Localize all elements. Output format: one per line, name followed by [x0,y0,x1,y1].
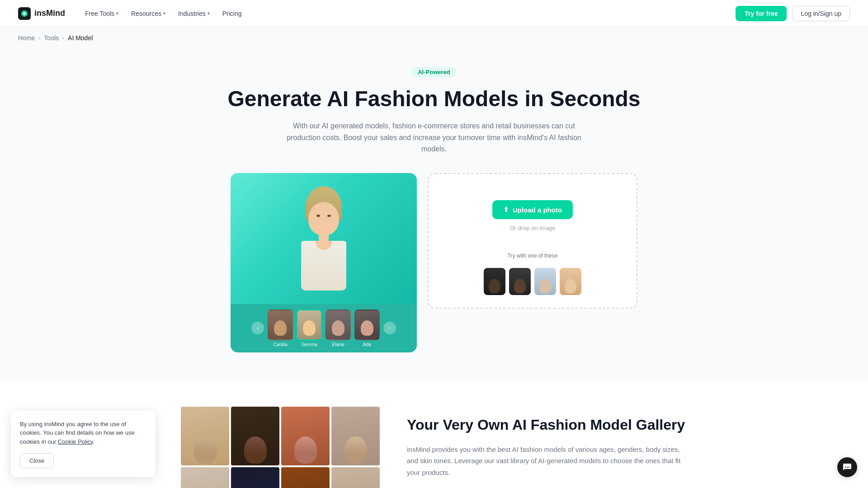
chevron-down-icon: ▾ [208,11,210,16]
sample-face-4 [565,279,576,293]
thumb-image-camila [268,310,293,340]
navigation: insMind Free Tools ▾ Resources ▾ Industr… [0,0,868,27]
upload-drop-zone[interactable]: ⬆ Upload a photo Or drop an image Try wi… [428,173,637,309]
sample-thumb-1[interactable] [484,268,505,295]
try-with-label: Try with one of these [508,253,558,259]
thumb-image-gemma [297,310,322,340]
hero-section: AI-Powered Generate AI Fashion Models in… [0,49,868,380]
gallery-grid [181,407,380,488]
nav-links: Free Tools ▾ Resources ▾ Industries ▾ Pr… [80,6,721,21]
logo[interactable]: insMind [18,7,65,20]
model-preview-panel: ‹ Camila Gemma [231,173,417,352]
sample-face-1 [489,279,500,293]
gallery-text: Your Very Own AI Fashion Model Gallery i… [407,407,687,478]
thumb-face-camila [274,320,287,336]
sample-thumb-3[interactable] [534,268,556,295]
cookie-banner: By using insMind you agree to the use of… [11,411,156,478]
gallery-cell-3 [281,407,330,465]
gallery-description: insMind provides you with the best AI fa… [407,444,687,479]
chat-icon [843,463,852,472]
logo-text: insMind [34,9,65,18]
thumb-face-elaine [332,320,344,336]
gallery-face-8 [341,467,370,488]
gallery-face-1 [190,407,219,465]
sample-face-2 [514,279,526,293]
gallery-cell-8 [331,467,380,488]
model-figure [301,173,346,304]
svg-point-2 [847,467,848,468]
gallery-face-oval-3 [294,436,317,464]
model-thumb-ada[interactable]: Ada [354,310,380,347]
gallery-face-2 [241,407,269,465]
cookie-policy-link[interactable]: Cookie Policy [58,438,93,445]
nav-item-pricing[interactable]: Pricing [217,6,247,21]
nav-item-free-tools[interactable]: Free Tools ▾ [80,6,124,21]
nav-actions: Try for free Log in/Sign up [736,6,850,21]
gallery-title: Your Very Own AI Fashion Model Gallery [407,416,687,435]
model-head [308,202,339,235]
prev-model-button[interactable]: ‹ [251,322,264,334]
sample-thumbs [484,268,581,295]
breadcrumb-current: AI Model [68,34,93,42]
svg-point-3 [849,467,849,468]
thumb-face-gemma [303,320,316,336]
gallery-face-4 [341,407,370,465]
hero-title: Generate AI Fashion Models in Seconds [18,86,850,111]
try-for-free-button[interactable]: Try for free [736,6,787,21]
model-thumb-camila[interactable]: Camila [268,310,293,347]
svg-point-1 [845,467,846,468]
gallery-content: Your Very Own AI Fashion Model Gallery i… [163,380,705,488]
demo-area: ‹ Camila Gemma [231,173,637,352]
cookie-text: By using insMind you agree to the use of… [20,420,146,446]
model-eyes [308,202,339,217]
chevron-down-icon: ▾ [163,11,165,16]
thumb-label-camila: Camila [273,342,287,347]
model-eye-right [327,215,331,217]
upload-or-text: Or drop an image [509,225,555,231]
breadcrumb-tools[interactable]: Tools [44,34,59,42]
logo-icon [18,7,31,20]
model-neck [319,235,329,243]
sample-face-3 [539,279,551,293]
chevron-down-icon: ▾ [116,11,118,16]
sample-thumb-4[interactable] [560,268,581,295]
breadcrumb: Home › Tools › AI Model [0,27,868,49]
model-eye-left [316,215,320,217]
gallery-face-oval-1 [194,436,217,464]
breadcrumb-home[interactable]: Home [18,34,35,42]
model-body [301,241,346,291]
thumb-label-gemma: Gemma [301,342,317,347]
gallery-face-oval-4 [344,436,367,464]
gallery-cell-6 [231,467,279,488]
model-thumb-gemma[interactable]: Gemma [297,310,322,347]
gallery-face-5 [190,467,219,488]
upload-photo-button[interactable]: ⬆ Upload a photo [492,200,573,219]
thumb-image-elaine [326,310,351,340]
model-main-display [231,173,417,304]
gallery-face-6 [241,467,269,488]
sample-thumb-2[interactable] [509,268,531,295]
gallery-face-3 [291,407,320,465]
login-button[interactable]: Log in/Sign up [792,6,850,21]
gallery-face-oval-2 [244,436,267,464]
thumb-label-ada: Ada [363,342,371,347]
breadcrumb-sep-2: › [62,35,64,41]
gallery-cell-5 [181,467,229,488]
nav-item-resources[interactable]: Resources ▾ [126,6,171,21]
gallery-cell-7 [281,467,330,488]
thumb-face-ada [361,320,373,336]
upload-icon: ⬆ [503,206,509,214]
hero-subtitle: With our AI generated models, fashion e-… [280,120,588,155]
gallery-cell-2 [231,407,279,465]
thumb-image-ada [354,310,380,340]
model-thumbs-row: ‹ Camila Gemma [231,304,417,352]
breadcrumb-sep-1: › [38,35,40,41]
next-model-button[interactable]: › [383,322,396,334]
model-thumb-elaine[interactable]: Elaine [326,310,351,347]
nav-item-industries[interactable]: Industries ▾ [173,6,215,21]
ai-powered-badge: AI-Powered [411,67,457,77]
gallery-face-7 [291,467,320,488]
gallery-cell-1 [181,407,229,465]
cookie-close-button[interactable]: Close [20,453,54,468]
chat-widget-button[interactable] [837,457,857,477]
